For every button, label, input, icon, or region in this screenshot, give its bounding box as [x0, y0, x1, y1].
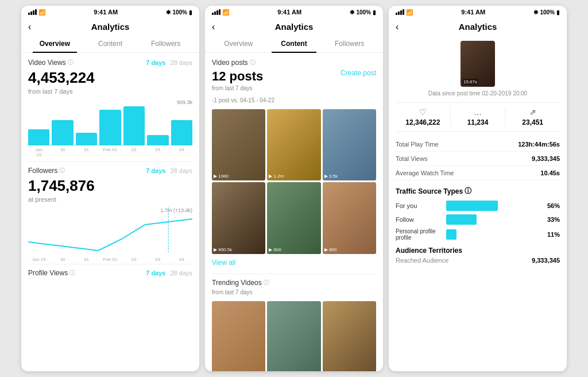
- nav-header-3: ‹ Analytics: [389, 18, 567, 35]
- 28days-toggle-vv[interactable]: 28 days: [170, 59, 192, 66]
- video-thumb-5[interactable]: ▶ 600: [323, 182, 376, 253]
- time-3: 9:41 AM: [461, 9, 485, 16]
- back-button-1[interactable]: ‹: [28, 22, 31, 32]
- video-thumb-0[interactable]: ▶ 1080: [212, 109, 265, 180]
- metric-label-0: Total Play Time: [396, 141, 439, 148]
- tab-overview-2[interactable]: Overview: [211, 35, 266, 52]
- tab-followers-1[interactable]: Followers: [138, 35, 194, 52]
- metric-label-1: Total Views: [396, 155, 427, 162]
- signal-bar: [219, 9, 220, 15]
- info-icon-f[interactable]: ⓘ: [59, 167, 65, 175]
- 28days-toggle-pv[interactable]: 28 days: [170, 270, 192, 276]
- signal-bar: [398, 11, 400, 15]
- trending-subtext: from last 7 days: [212, 289, 376, 295]
- posts-header: 12 posts Create post: [212, 69, 376, 84]
- followers-header: Followers ⓘ 7 days 28 days: [28, 167, 192, 175]
- video-grid: ▶ 1080 ▶ 1.2m ▶ 3.5k ▶ 800.5k ▶ 600 ▶ 60…: [212, 109, 376, 254]
- 7days-toggle-f[interactable]: 7 days: [146, 167, 165, 174]
- traffic-title: Traffic Source Types ⓘ: [396, 186, 560, 196]
- video-thumb-2[interactable]: ▶ 3.5k: [323, 109, 376, 180]
- video-thumb-1[interactable]: ▶ 1.2m: [267, 109, 320, 180]
- posts-count: 12 posts: [212, 69, 263, 84]
- divider-c1: [212, 274, 376, 274]
- signal-bar: [28, 13, 30, 15]
- nav-header-2: ‹ Analytics: [205, 18, 383, 35]
- metric-value-0: 123h:44m:56s: [518, 141, 560, 148]
- trending-grid: [212, 301, 376, 371]
- status-bar-3: 📶 9:41 AM ✱ 100% ▮: [389, 6, 567, 18]
- nav-title-2: Analytics: [275, 22, 314, 32]
- video-thumb-3[interactable]: ▶ 800.5k: [212, 182, 265, 253]
- view-all-link[interactable]: View all: [212, 259, 376, 267]
- video-preview[interactable]: 15.67s: [461, 41, 495, 87]
- traffic-pct-2: 11%: [543, 231, 560, 238]
- signal-bars-3: [396, 9, 404, 15]
- metric-value-1: 9,333,345: [532, 155, 560, 162]
- stat-likes: ♡ 12,346,222: [396, 107, 450, 126]
- reached-value: 9,333,345: [532, 257, 560, 264]
- cl-0: Jan29: [28, 147, 49, 157]
- info-icon-ts[interactable]: ⓘ: [465, 186, 471, 196]
- fl-1: 30: [52, 257, 73, 262]
- wifi-icon-1: 📶: [38, 9, 45, 16]
- cl-6: 04: [171, 147, 192, 157]
- divider-1: [28, 161, 192, 162]
- signal-bars-2: [212, 9, 220, 15]
- screen-detail: 📶 9:41 AM ✱ 100% ▮ ‹ Analytics 15.67s Da…: [389, 6, 567, 371]
- info-icon-vp[interactable]: ⓘ: [250, 59, 256, 67]
- 28days-toggle-f[interactable]: 28 days: [170, 167, 192, 174]
- signal-bar: [400, 10, 402, 15]
- time-2: 9:41 AM: [277, 9, 301, 16]
- info-icon-vv[interactable]: ⓘ: [68, 59, 74, 67]
- trending-label: Trending Videos ⓘ: [212, 279, 269, 287]
- tab-content-1[interactable]: Content: [83, 35, 138, 52]
- video-views-header: Video Views ⓘ 7 days 28 days: [28, 59, 192, 67]
- trending-thumb-1[interactable]: [267, 301, 320, 371]
- bar-5: [147, 135, 168, 145]
- play-icon-1: ▶ 1.2m: [269, 174, 284, 179]
- likes-icon: ♡: [419, 107, 427, 117]
- info-icon-tv[interactable]: ⓘ: [264, 279, 269, 287]
- back-button-3[interactable]: ‹: [396, 22, 399, 32]
- traffic-bar-1: [446, 214, 477, 225]
- fl-0: Jan 29: [28, 257, 49, 262]
- traffic-label-2: Personal profileprofile: [396, 228, 442, 241]
- reached-label: Reached Audience: [396, 257, 448, 264]
- traffic-bar-container-2: [446, 229, 538, 240]
- cl-3: Feb 01: [99, 147, 121, 157]
- tab-followers-2[interactable]: Followers: [322, 35, 377, 52]
- cl-2: 31: [76, 147, 97, 157]
- trending-thumb-0[interactable]: [212, 301, 265, 371]
- profile-views-header: Profile Views ⓘ 7 days 28 days: [28, 269, 192, 277]
- play-icon-3: ▶ 800.5k: [214, 247, 232, 252]
- create-post-button[interactable]: Create post: [341, 69, 376, 77]
- posts-subtext-2: -1 post vs. 04-15 - 04-22: [212, 97, 376, 103]
- bar-2: [76, 133, 97, 145]
- tab-content-2[interactable]: Content: [266, 35, 322, 52]
- info-icon-pv[interactable]: ⓘ: [69, 269, 75, 277]
- 7days-toggle-vv[interactable]: 7 days: [146, 59, 165, 66]
- tabs-1: Overview Content Followers: [21, 35, 199, 53]
- 7days-toggle-pv[interactable]: 7 days: [146, 270, 165, 276]
- back-button-2[interactable]: ‹: [212, 22, 215, 32]
- fl-5: 03: [147, 257, 168, 262]
- video-thumb-4[interactable]: ▶ 600: [267, 182, 320, 253]
- followers-label: Followers ⓘ: [28, 167, 65, 175]
- shares-icon: ⇗: [529, 107, 536, 117]
- traffic-bar-container-1: [446, 214, 538, 225]
- signal-bar: [30, 11, 32, 15]
- comments-value: 11,234: [467, 118, 489, 126]
- trending-thumb-2[interactable]: [323, 301, 376, 371]
- time-toggles-f: 7 days 28 days: [146, 167, 192, 174]
- nav-title-3: Analytics: [459, 22, 497, 32]
- tab-overview-1[interactable]: Overview: [27, 35, 83, 52]
- video-duration: 15.67s: [462, 79, 478, 85]
- traffic-bar-container-0: [446, 201, 538, 211]
- video-views-number: 4,453,224: [28, 69, 192, 87]
- followers-chart: 1.7m (+13.4k) Jan 29 30 31 Feb 01 02 03 …: [28, 207, 192, 259]
- video-views-chart: 909.3k Jan29 30 31 Feb 01 02 03: [28, 99, 192, 157]
- signal-bar: [403, 9, 404, 15]
- traffic-label-1: Follow: [396, 216, 442, 223]
- stat-comments: … 11,234: [450, 107, 505, 126]
- chart-labels-f: Jan 29 30 31 Feb 01 02 03 04: [28, 257, 192, 262]
